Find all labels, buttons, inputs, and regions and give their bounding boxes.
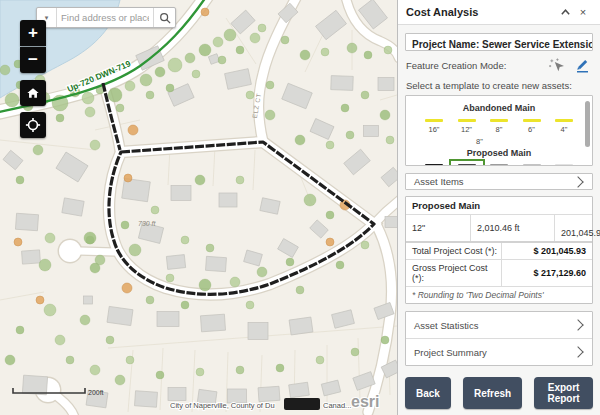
locate-icon <box>25 117 41 133</box>
collapse-button[interactable] <box>556 7 574 18</box>
template-item-label: 6" <box>528 126 535 134</box>
cost-analysis-panel: Cost Analysis × Project Name: Sewer Serv… <box>397 0 600 415</box>
abandoned-main-row: 16"12"8"6"4" <box>412 116 586 135</box>
table-row: 12" 2,010.46 ft $ 201,045.93 <box>406 214 592 241</box>
template-item-abandoned-main[interactable]: 8" <box>483 116 515 135</box>
panel-header: Cost Analysis × <box>398 0 600 25</box>
feature-creation-mode-label: Feature Creation Mode: <box>406 60 540 71</box>
template-picker: Abandoned Main 16"12"8"6"4" 8" Proposed … <box>405 95 593 166</box>
template-item-proposed-main[interactable]: 8" <box>483 161 515 166</box>
export-report-button[interactable]: Export Report <box>534 377 593 409</box>
template-item-label: 12" <box>461 126 472 134</box>
minus-icon: − <box>28 50 38 70</box>
attribution-overlay <box>284 398 320 410</box>
template-scrollbar[interactable] <box>585 101 590 147</box>
plus-icon: + <box>28 23 38 43</box>
panel-body: Project Name: Sewer Service Extension Fe… <box>398 25 600 415</box>
template-item-proposed-main[interactable]: 12" <box>451 161 483 166</box>
draw-mode-button[interactable] <box>572 57 592 73</box>
basemap: Up-720 DWN-719 ELZ CT 730 ft 200ft City … <box>0 0 397 415</box>
home-icon <box>26 86 40 100</box>
abandoned-main-title: Abandoned Main <box>412 103 586 113</box>
search-button[interactable] <box>153 8 175 27</box>
abandoned-extra-item[interactable]: 8" <box>476 137 586 146</box>
template-item-abandoned-main[interactable]: 4" <box>548 116 580 135</box>
attribution-text-left: City of Naperville, County of Du <box>170 401 275 410</box>
template-item-label: 8" <box>496 126 503 134</box>
close-button[interactable]: × <box>574 6 592 18</box>
line-swatch <box>425 119 443 122</box>
table-section-header: Proposed Main <box>406 197 592 214</box>
project-summary-label: Project Summary <box>414 347 574 358</box>
line-swatch <box>490 164 508 166</box>
magic-wand-cursor-icon <box>549 58 564 73</box>
zoom-in-button[interactable]: + <box>20 20 46 46</box>
template-item-abandoned-main[interactable]: 6" <box>516 116 548 135</box>
attribution-text-right: Canad... <box>323 401 351 410</box>
line-swatch <box>523 119 541 122</box>
locate-me-button[interactable] <box>20 112 46 138</box>
proposed-main-title: Proposed Main <box>412 148 586 158</box>
feature-creation-mode-row: Feature Creation Mode: <box>406 57 592 73</box>
search-icon <box>159 12 171 24</box>
map-canvas[interactable]: Up-720 DWN-719 ELZ CT 730 ft 200ft City … <box>0 0 397 415</box>
line-swatch <box>555 164 573 166</box>
proposed-main-row: 16"12"8"6"4" <box>412 161 586 166</box>
line-swatch <box>490 119 508 122</box>
template-item-proposed-main[interactable]: 16" <box>418 161 450 166</box>
line-swatch <box>458 164 476 166</box>
search-input[interactable] <box>57 8 153 27</box>
close-icon: × <box>580 6 586 18</box>
chevron-right-icon <box>572 319 583 330</box>
panel-title: Cost Analysis <box>406 6 556 18</box>
home-extent-button[interactable] <box>20 80 46 106</box>
asset-items-label: Asset Items <box>414 176 574 187</box>
template-item-label: 16" <box>428 126 439 134</box>
action-buttons: Back Refresh Export Report <box>405 377 593 409</box>
line-swatch <box>458 119 476 122</box>
cost-summary-table: Proposed Main 12" 2,010.46 ft $ 201,045.… <box>405 196 593 304</box>
chevron-right-icon <box>572 346 583 357</box>
zoom-out-button[interactable]: − <box>20 47 46 73</box>
scale-label: 200ft <box>88 389 104 396</box>
search-box: ▾ <box>36 7 176 28</box>
expander-group: Asset Statistics Project Summary <box>405 311 593 366</box>
app-window: Up-720 DWN-719 ELZ CT 730 ft 200ft City … <box>0 0 600 415</box>
line-swatch <box>425 164 443 166</box>
back-button[interactable]: Back <box>405 377 451 409</box>
esri-logo: esri <box>351 393 379 410</box>
template-item-proposed-main[interactable]: 6" <box>516 161 548 166</box>
select-template-label: Select a template to create new assets: <box>406 80 592 91</box>
chevron-up-icon <box>560 7 571 18</box>
asset-statistics-label: Asset Statistics <box>414 320 574 331</box>
asset-statistics-expander[interactable]: Asset Statistics <box>406 312 592 338</box>
smart-mode-button[interactable] <box>546 57 566 73</box>
line-swatch <box>523 164 541 166</box>
chevron-right-icon <box>572 176 583 187</box>
project-summary-expander[interactable]: Project Summary <box>406 338 592 365</box>
pencil-icon <box>574 57 590 73</box>
template-item-abandoned-main[interactable]: 12" <box>451 116 483 135</box>
template-item-proposed-main[interactable]: 4" <box>548 161 580 166</box>
template-item-abandoned-main[interactable]: 16" <box>418 116 450 135</box>
rounding-note: * Rounding to 'Two Decimal Points' <box>406 286 592 303</box>
template-item-label: 4" <box>561 126 568 134</box>
line-swatch <box>555 119 573 122</box>
gross-cost-row: Gross Project Cost (*): $ 217,129.60 <box>406 259 592 286</box>
asset-items-expander[interactable]: Asset Items <box>405 173 593 190</box>
refresh-button[interactable]: Refresh <box>463 377 522 409</box>
project-name-box[interactable]: Project Name: Sewer Service Extension <box>405 33 593 51</box>
total-cost-row: Total Project Cost (*): $ 201,045.93 <box>406 241 592 259</box>
distance-label: 730 ft <box>138 220 157 227</box>
